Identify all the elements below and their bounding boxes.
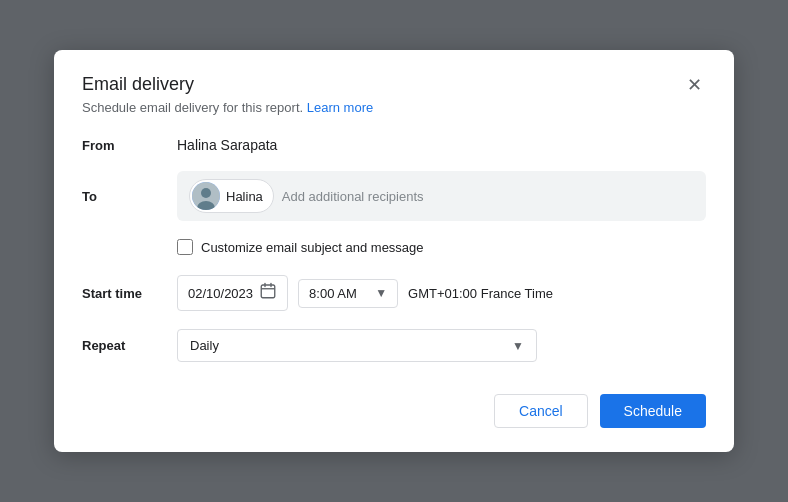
to-label: To <box>82 189 177 204</box>
time-value: 8:00 AM <box>309 286 369 301</box>
time-dropdown-arrow: ▼ <box>375 286 387 300</box>
add-recipients-placeholder: Add additional recipients <box>282 189 424 204</box>
date-value: 02/10/2023 <box>188 286 253 301</box>
dialog-header: Email delivery ✕ <box>82 74 706 96</box>
to-field[interactable]: Halina Add additional recipients <box>177 171 706 221</box>
repeat-value: Daily <box>190 338 219 353</box>
date-picker[interactable]: 02/10/2023 <box>177 275 288 311</box>
dialog-footer: Cancel Schedule <box>82 394 706 428</box>
dialog-title: Email delivery <box>82 74 194 95</box>
close-button[interactable]: ✕ <box>683 74 706 96</box>
svg-point-1 <box>201 188 211 198</box>
recipient-name: Halina <box>226 189 263 204</box>
repeat-row: Repeat Daily ▼ <box>82 329 706 362</box>
cancel-button[interactable]: Cancel <box>494 394 588 428</box>
start-time-row: Start time 02/10/2023 8:00 AM ▼ GMT+01:0… <box>82 275 706 311</box>
timezone-value: GMT+01:00 France Time <box>408 286 553 301</box>
start-time-label: Start time <box>82 286 177 301</box>
time-picker[interactable]: 8:00 AM ▼ <box>298 279 398 308</box>
customize-row: Customize email subject and message <box>177 239 706 255</box>
from-row: From Halina Sarapata <box>82 137 706 153</box>
customize-checkbox[interactable] <box>177 239 193 255</box>
calendar-icon <box>259 282 277 304</box>
from-value: Halina Sarapata <box>177 137 277 153</box>
repeat-select[interactable]: Daily ▼ <box>177 329 537 362</box>
from-label: From <box>82 138 177 153</box>
repeat-dropdown-arrow: ▼ <box>512 339 524 353</box>
learn-more-link[interactable]: Learn more <box>307 100 373 115</box>
schedule-button[interactable]: Schedule <box>600 394 706 428</box>
repeat-label: Repeat <box>82 338 177 353</box>
svg-rect-3 <box>261 285 275 298</box>
close-icon: ✕ <box>687 75 702 95</box>
dialog-subtitle: Schedule email delivery for this report.… <box>82 100 706 115</box>
customize-label[interactable]: Customize email subject and message <box>201 240 424 255</box>
avatar <box>192 182 220 210</box>
subtitle-text: Schedule email delivery for this report. <box>82 100 303 115</box>
recipient-chip: Halina <box>189 179 274 213</box>
to-row: To Halina Add additional recipients <box>82 171 706 221</box>
email-delivery-dialog: Email delivery ✕ Schedule email delivery… <box>54 50 734 452</box>
